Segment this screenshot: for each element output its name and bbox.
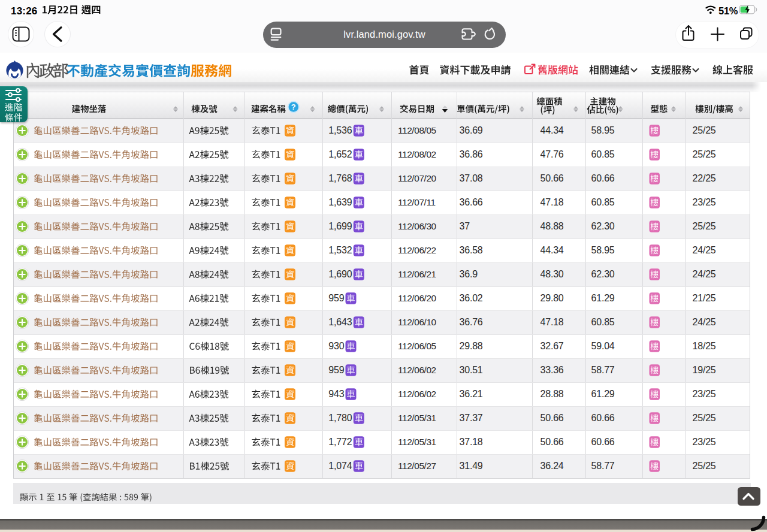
svg-text:?: ? [291,102,296,111]
